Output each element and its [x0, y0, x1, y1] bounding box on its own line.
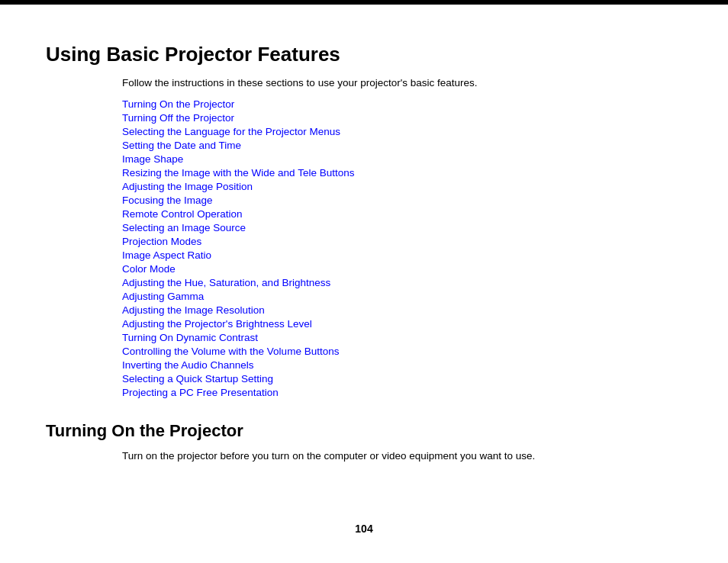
- nav-link[interactable]: Focusing the Image: [122, 195, 213, 206]
- page-number: 104: [46, 523, 682, 535]
- nav-link[interactable]: Image Aspect Ratio: [122, 249, 211, 261]
- nav-link[interactable]: Selecting a Quick Startup Setting: [122, 373, 273, 384]
- nav-link[interactable]: Remote Control Operation: [122, 208, 243, 220]
- nav-link[interactable]: Projecting a PC Free Presentation: [122, 387, 279, 398]
- links-list: Turning On the ProjectorTurning Off the …: [122, 98, 682, 398]
- list-item: Image Aspect Ratio: [122, 249, 682, 261]
- nav-link[interactable]: Selecting an Image Source: [122, 222, 246, 233]
- nav-link[interactable]: Turning Off the Projector: [122, 112, 234, 124]
- list-item: Remote Control Operation: [122, 208, 682, 220]
- nav-link[interactable]: Controlling the Volume with the Volume B…: [122, 346, 339, 357]
- list-item: Projecting a PC Free Presentation: [122, 386, 682, 398]
- nav-link[interactable]: Resizing the Image with the Wide and Tel…: [122, 167, 354, 179]
- nav-link[interactable]: Adjusting the Hue, Saturation, and Brigh…: [122, 277, 330, 288]
- list-item: Turning Off the Projector: [122, 111, 682, 124]
- list-item: Adjusting the Image Resolution: [122, 304, 682, 316]
- nav-link[interactable]: Color Mode: [122, 263, 176, 275]
- list-item: Color Mode: [122, 262, 682, 275]
- list-item: Adjusting the Hue, Saturation, and Brigh…: [122, 276, 682, 288]
- nav-link[interactable]: Turning On Dynamic Contrast: [122, 332, 258, 343]
- nav-link[interactable]: Selecting the Language for the Projector…: [122, 126, 340, 137]
- list-item: Selecting the Language for the Projector…: [122, 125, 682, 137]
- list-item: Selecting an Image Source: [122, 221, 682, 233]
- nav-link[interactable]: Inverting the Audio Channels: [122, 359, 254, 371]
- list-item: Selecting a Quick Startup Setting: [122, 372, 682, 384]
- nav-link[interactable]: Turning On the Projector: [122, 98, 234, 110]
- list-item: Setting the Date and Time: [122, 139, 682, 151]
- nav-link[interactable]: Adjusting the Image Position: [122, 181, 253, 192]
- nav-link[interactable]: Setting the Date and Time: [122, 140, 241, 151]
- intro-container: Follow the instructions in these section…: [122, 77, 682, 88]
- intro-text: Follow the instructions in these section…: [122, 77, 682, 88]
- list-item: Turning On Dynamic Contrast: [122, 331, 682, 343]
- list-item: Resizing the Image with the Wide and Tel…: [122, 166, 682, 179]
- list-item: Controlling the Volume with the Volume B…: [122, 345, 682, 357]
- main-section-title: Using Basic Projector Features: [46, 43, 682, 66]
- list-item: Adjusting the Projector's Brightness Lev…: [122, 317, 682, 330]
- list-item: Focusing the Image: [122, 194, 682, 206]
- nav-link[interactable]: Projection Modes: [122, 236, 201, 247]
- nav-link[interactable]: Adjusting the Projector's Brightness Lev…: [122, 318, 312, 330]
- list-item: Adjusting the Image Position: [122, 180, 682, 192]
- nav-link[interactable]: Image Shape: [122, 153, 183, 165]
- list-item: Projection Modes: [122, 235, 682, 247]
- nav-link[interactable]: Adjusting the Image Resolution: [122, 304, 265, 316]
- nav-link[interactable]: Adjusting Gamma: [122, 291, 204, 302]
- subsection-title: Turning On the Projector: [46, 421, 682, 441]
- list-item: Inverting the Audio Channels: [122, 359, 682, 371]
- list-item: Turning On the Projector: [122, 98, 682, 110]
- list-item: Image Shape: [122, 153, 682, 165]
- subsection-text: Turn on the projector before you turn on…: [122, 450, 682, 462]
- page-container: Using Basic Projector Features Follow th…: [0, 5, 728, 563]
- list-item: Adjusting Gamma: [122, 290, 682, 302]
